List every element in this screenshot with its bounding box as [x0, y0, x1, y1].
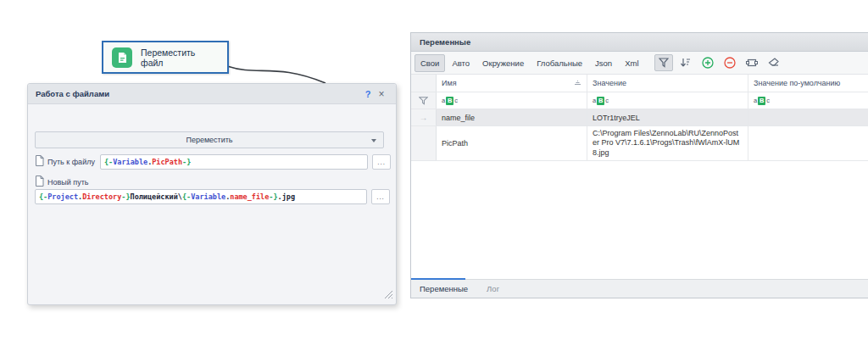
- dialog-body: Переместить Путь к файлу {-Variable.PicP…: [28, 104, 396, 305]
- text-filter-icon: aBc: [442, 97, 458, 105]
- add-icon: [702, 57, 714, 69]
- filter-row: aBc aBc aBc: [411, 92, 868, 109]
- action-select[interactable]: Переместить: [35, 131, 384, 148]
- current-row-arrow-icon: →: [420, 113, 428, 122]
- column-header-name[interactable]: Имя: [437, 75, 587, 92]
- filter-row-indicator: [411, 92, 437, 109]
- filter-button[interactable]: [654, 54, 673, 71]
- column-header-value[interactable]: Значение: [587, 75, 748, 92]
- table-row[interactable]: PicPath C:\Program Files\ZennoLab\RU\Zen…: [411, 126, 868, 161]
- close-button[interactable]: ×: [375, 88, 388, 100]
- dialog-header[interactable]: Работа с файлами ? ×: [28, 84, 396, 104]
- browse-new-path-button[interactable]: ...: [371, 189, 390, 204]
- variables-table: Имя Значение Значение по-умолчанию: [411, 75, 868, 279]
- resize-grip[interactable]: [384, 287, 393, 303]
- cell-variable-default[interactable]: [748, 126, 868, 160]
- eraser-icon: [768, 58, 780, 68]
- chevron-down-icon: [371, 139, 376, 142]
- bottom-tab-variables[interactable]: Переменные: [420, 284, 468, 293]
- file-icon: [35, 175, 44, 190]
- add-variable-button[interactable]: [698, 54, 717, 71]
- tab-auto-variables[interactable]: Авто: [446, 54, 476, 72]
- file-action-icon: [112, 47, 132, 68]
- active-tab-indicator: [411, 278, 465, 280]
- browse-file-path-button[interactable]: ...: [372, 154, 391, 170]
- variables-panel-title: Переменные: [411, 33, 868, 52]
- file-operations-dialog: Работа с файлами ? × Переместить Путь к …: [27, 83, 397, 305]
- tab-xml[interactable]: Xml: [619, 54, 644, 72]
- tab-global-variables[interactable]: Глобальные: [531, 54, 588, 72]
- file-icon: [35, 154, 44, 170]
- sort-icon: [680, 58, 691, 68]
- tab-json[interactable]: Json: [589, 54, 618, 72]
- panel-bottom-tabs: Переменные Лог: [411, 279, 868, 298]
- tab-environment-variables[interactable]: Окружение: [476, 54, 530, 72]
- filter-cell-default[interactable]: aBc: [748, 92, 868, 109]
- node-label: Переместить файл: [141, 47, 219, 68]
- table-empty-area: [411, 161, 868, 279]
- edit-variable-button[interactable]: [743, 54, 761, 71]
- file-path-input[interactable]: {-Variable.PicPath-}: [100, 154, 368, 170]
- cell-variable-default[interactable]: [748, 109, 868, 125]
- cell-variable-name[interactable]: name_file: [437, 109, 587, 125]
- canvas: Переместить файл Работа с файлами ? × Пе…: [0, 0, 868, 340]
- dialog-title: Работа с файлами: [36, 89, 361, 98]
- file-path-label: Путь к файлу: [47, 158, 95, 166]
- variables-tabs-toolbar: Свои Авто Окружение Глобальные Json Xml: [411, 52, 868, 75]
- bottom-tab-log[interactable]: Лог: [487, 284, 499, 293]
- table-header-row: Имя Значение Значение по-умолчанию: [411, 75, 868, 92]
- action-select-value: Переместить: [186, 136, 232, 144]
- variables-panel: Переменные Свои Авто Окружение Глобальны…: [410, 32, 868, 298]
- filter-cell-name[interactable]: aBc: [437, 92, 587, 109]
- remove-icon: [724, 57, 736, 69]
- new-path-label: Новый путь: [47, 178, 88, 187]
- sort-indicator-icon: [574, 79, 581, 87]
- remove-variable-button[interactable]: [721, 54, 739, 71]
- filter-icon: [419, 96, 428, 105]
- new-path-input[interactable]: {-Project.Directory-}Полицейский\{-Varia…: [35, 189, 367, 204]
- cell-variable-name[interactable]: PicPath: [437, 126, 587, 160]
- filter-cell-value[interactable]: aBc: [587, 92, 748, 109]
- column-header-default[interactable]: Значение по-умолчанию: [748, 75, 868, 92]
- help-button[interactable]: ?: [361, 89, 375, 99]
- edit-box-icon: [746, 58, 758, 68]
- cell-variable-value[interactable]: C:\Program Files\ZennoLab\RU\ZennoPoster…: [587, 126, 748, 160]
- header-indicator-cell: [411, 75, 437, 92]
- table-row[interactable]: → name_file LOTr1tryeJEL: [411, 109, 868, 126]
- row-indicator: [411, 126, 437, 160]
- sort-button[interactable]: [676, 54, 695, 71]
- filter-icon: [659, 58, 669, 68]
- action-node-move-file[interactable]: Переместить файл: [102, 41, 229, 74]
- text-filter-icon: aBc: [593, 97, 609, 105]
- cell-variable-value[interactable]: LOTr1tryeJEL: [587, 109, 748, 125]
- clear-variables-button[interactable]: [765, 54, 783, 71]
- tab-own-variables[interactable]: Свои: [415, 54, 445, 72]
- text-filter-icon: aBc: [754, 97, 770, 105]
- row-indicator: →: [411, 109, 437, 125]
